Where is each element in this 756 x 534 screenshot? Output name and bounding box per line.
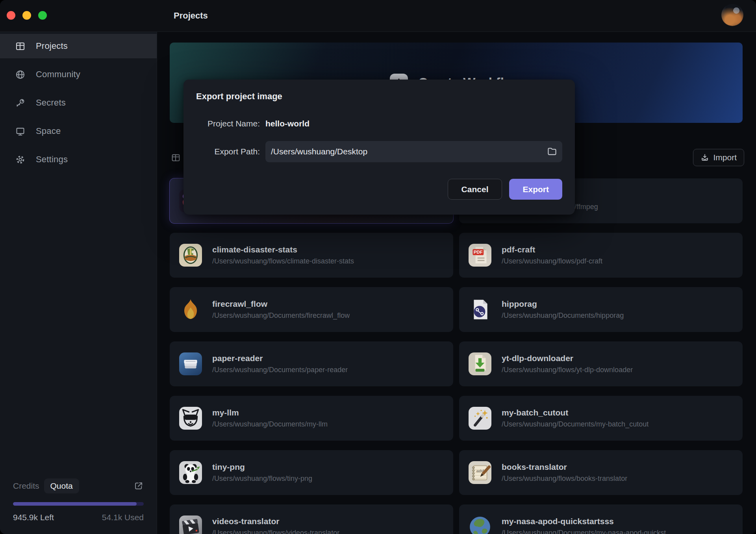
project-path: /Users/wushuang/flows/books-translator bbox=[502, 475, 627, 483]
project-path: /Users/wushuang/Documents/hipporag bbox=[502, 312, 624, 320]
project-card-my-nasa-apod-quickstartsss[interactable]: my-nasa-apod-quickstartsss /Users/wushua… bbox=[459, 504, 743, 534]
project-card-my-llm[interactable]: my-llm /Users/wushuang/Documents/my-llm bbox=[170, 396, 453, 441]
cancel-button[interactable]: Cancel bbox=[448, 179, 502, 200]
download-doc-icon bbox=[469, 352, 491, 375]
svg-text:PDF: PDF bbox=[474, 250, 483, 254]
folder-icon bbox=[547, 152, 558, 158]
project-name: climate-disaster-stats bbox=[212, 245, 354, 254]
sidebar-item-settings[interactable]: Settings bbox=[0, 147, 157, 172]
project-name: yt-dlp-downloader bbox=[502, 354, 633, 363]
project-path: /Users/wushuang/Documents/my-batch_cutou… bbox=[502, 420, 649, 428]
zoom-window-button[interactable] bbox=[38, 11, 47, 20]
export-path-label: Export Path: bbox=[196, 147, 260, 156]
project-card-hipporag[interactable]: hipporag /Users/wushuang/Documents/hippo… bbox=[459, 287, 743, 332]
export-button[interactable]: Export bbox=[509, 179, 562, 200]
sidebar-item-secrets[interactable]: Secrets bbox=[0, 91, 157, 115]
tab-credits[interactable]: Credits bbox=[13, 481, 39, 491]
notebook-icon: aabd bbox=[469, 461, 491, 484]
sidebar-item-projects[interactable]: Projects bbox=[0, 34, 157, 58]
project-name: firecrawl_flow bbox=[212, 299, 350, 309]
projects-grid: hello-world ffmpeg /Users/wushuang/flows… bbox=[170, 178, 743, 534]
credits-panel: Credits Quota 945.9k Left 54.1k Used bbox=[13, 478, 144, 522]
project-name: hipporag bbox=[502, 299, 624, 309]
project-name: pdf-craft bbox=[502, 245, 602, 254]
project-name: books-translator bbox=[502, 462, 627, 472]
project-name: tiny-png bbox=[212, 462, 312, 472]
grid-view-toggle[interactable] bbox=[171, 153, 181, 163]
sidebar-nav: Projects Community Secrets Space Setting… bbox=[0, 32, 157, 172]
paper-stack-icon bbox=[179, 352, 202, 375]
import-label: Import bbox=[713, 153, 737, 162]
project-path: /Users/wushuang/flows/videos-translator bbox=[212, 529, 339, 534]
project-name: my-llm bbox=[212, 408, 328, 417]
project-path: /Users/wushuang/flows/tiny-png bbox=[212, 475, 312, 483]
gear-icon bbox=[15, 154, 26, 165]
credits-left: 945.9k Left bbox=[13, 513, 54, 522]
sidebar-item-community[interactable]: Community bbox=[0, 62, 157, 87]
quota-progress-bar bbox=[13, 502, 144, 506]
sidebar-item-space[interactable]: Space bbox=[0, 119, 157, 143]
minimize-window-button[interactable] bbox=[22, 11, 31, 20]
project-name: paper-reader bbox=[212, 354, 348, 363]
title-bar: Projects bbox=[0, 0, 756, 32]
app-window: Projects Projects Community Secrets Spac… bbox=[0, 0, 756, 534]
earth-icon bbox=[469, 515, 491, 534]
project-name: my-batch_cutout bbox=[502, 408, 649, 417]
project-path: /Users/wushuang/Documents/firecrawl_flow bbox=[212, 312, 350, 320]
project-card-pdf-craft[interactable]: PDF pdf-craft /Users/wushuang/flows/pdf-… bbox=[459, 233, 743, 278]
graph-doc-icon bbox=[469, 298, 491, 321]
export-path-input[interactable] bbox=[265, 141, 562, 162]
flame-icon bbox=[179, 298, 202, 321]
project-card-yt-dlp-downloader[interactable]: yt-dlp-downloader /Users/wushuang/flows/… bbox=[459, 341, 743, 386]
dog-vr-icon bbox=[179, 407, 202, 430]
project-card-my-batch_cutout[interactable]: my-batch_cutout /Users/wushuang/Document… bbox=[459, 396, 743, 441]
page-title: Projects bbox=[174, 0, 208, 32]
pdf-icon: PDF bbox=[469, 244, 491, 267]
project-card-tiny-png[interactable]: tiny-png /Users/wushuang/flows/tiny-png bbox=[170, 450, 453, 495]
nature-emblem-icon bbox=[179, 244, 202, 267]
key-icon bbox=[15, 98, 26, 108]
project-card-videos-translator[interactable]: videos-translator /Users/wushuang/flows/… bbox=[170, 504, 453, 534]
monitor-icon bbox=[15, 126, 26, 137]
project-path: /Users/wushuang/Documents/paper-reader bbox=[212, 366, 348, 374]
quota-progress-fill bbox=[13, 502, 137, 506]
project-card-firecrawl_flow[interactable]: firecrawl_flow /Users/wushuang/Documents… bbox=[170, 287, 453, 332]
project-path: /Users/wushuang/flows/climate-disaster-s… bbox=[212, 257, 354, 265]
external-link-icon[interactable] bbox=[133, 481, 144, 491]
dialog-title: Export project image bbox=[196, 91, 562, 102]
clapperboard-icon bbox=[179, 515, 202, 534]
project-name-label: Project Name: bbox=[196, 119, 260, 128]
project-name-value: hello-world bbox=[265, 119, 309, 128]
close-window-button[interactable] bbox=[7, 11, 15, 20]
import-tray-icon bbox=[700, 153, 709, 162]
export-project-dialog: Export project image Project Name: hello… bbox=[183, 80, 575, 215]
tab-quota[interactable]: Quota bbox=[44, 478, 79, 493]
table-icon bbox=[15, 41, 26, 52]
magic-wand-icon bbox=[469, 407, 491, 430]
project-card-climate-disaster-stats[interactable]: climate-disaster-stats /Users/wushuang/f… bbox=[170, 233, 453, 278]
project-card-books-translator[interactable]: aabd books-translator /Users/wushuang/fl… bbox=[459, 450, 743, 495]
user-avatar[interactable] bbox=[721, 4, 743, 26]
project-name: my-nasa-apod-quickstartsss bbox=[502, 517, 672, 526]
import-button[interactable]: Import bbox=[693, 149, 744, 166]
credits-used: 54.1k Used bbox=[102, 513, 144, 522]
browse-folder-button[interactable] bbox=[546, 145, 558, 158]
sidebar: Projects Community Secrets Space Setting… bbox=[0, 32, 157, 534]
project-path: /Users/wushuang/flows/pdf-craft bbox=[502, 257, 602, 265]
project-path: /Users/wushuang/Documents/my-nasa-apod-q… bbox=[502, 529, 672, 534]
project-card-paper-reader[interactable]: paper-reader /Users/wushuang/Documents/p… bbox=[170, 341, 453, 386]
project-name: videos-translator bbox=[212, 517, 339, 526]
project-path: /Users/wushuang/Documents/my-llm bbox=[212, 420, 328, 428]
panda-icon bbox=[179, 461, 202, 484]
project-path: /Users/wushuang/flows/yt-dlp-downloader bbox=[502, 366, 633, 374]
globe-icon bbox=[15, 69, 26, 80]
